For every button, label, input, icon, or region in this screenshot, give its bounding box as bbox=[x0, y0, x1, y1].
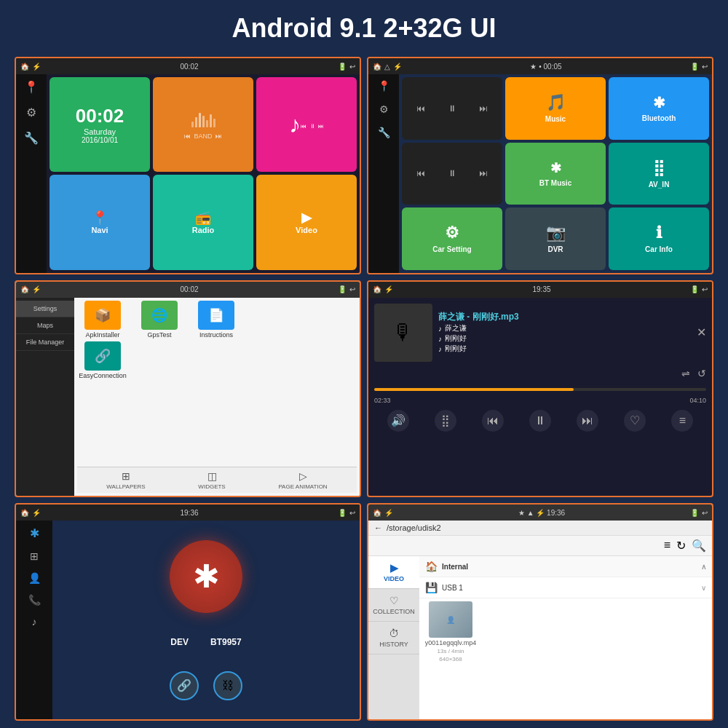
radio-tile[interactable]: 📻 Radio bbox=[153, 175, 253, 269]
video-thumbnail[interactable]: 👤 y0011egqqlv.mp4 13s / 4min 640×368 bbox=[425, 601, 476, 662]
status-time-3: 00:02 bbox=[180, 285, 198, 293]
storage-toolbar: ≡ ↻ 🔍 bbox=[368, 536, 712, 556]
widgets-btn[interactable]: ◫ WIDGETS bbox=[198, 470, 225, 490]
screen-bluetooth: 🏠 ⚡ 19:36 🔋 ↩ ✱ ⊞ 👤 📞 ♪ ✱ D bbox=[15, 503, 361, 721]
chain-icon: 🔗 bbox=[177, 678, 191, 692]
repeat-icon[interactable]: ↺ bbox=[697, 368, 706, 379]
dvr-tile[interactable]: 📷 DVR bbox=[505, 207, 606, 270]
waveform-tile[interactable]: ⏮ BAND ⏭ bbox=[153, 77, 253, 172]
music-icon-5[interactable]: ♪ bbox=[32, 616, 37, 628]
prev-btn[interactable]: ⏮ bbox=[482, 410, 504, 432]
av-in-tile[interactable]: ⣿ AV_IN bbox=[609, 143, 709, 205]
navi-tile[interactable]: 📍 Navi bbox=[50, 175, 150, 269]
settings2-icon[interactable]: 🔧 bbox=[24, 131, 39, 145]
eq-btn[interactable]: ⣿ bbox=[435, 410, 456, 432]
file-gps[interactable]: 🌐 GpsTest bbox=[134, 301, 185, 339]
phone-icon[interactable]: 📞 bbox=[28, 594, 41, 606]
folder-icon: 🏠 bbox=[425, 561, 438, 572]
close-btn[interactable]: ✕ bbox=[697, 325, 706, 339]
bt-connect-btn[interactable]: 🔗 bbox=[170, 671, 199, 700]
file-apk[interactable]: 📦 ApkInstaller bbox=[77, 301, 128, 339]
page-animation-btn[interactable]: ▷ PAGE ANIMATION bbox=[278, 470, 327, 490]
wallpapers-btn[interactable]: ⊞ WALLPAPERS bbox=[106, 470, 145, 490]
car-info-tile[interactable]: ℹ Car Info bbox=[609, 207, 709, 270]
settings3-icon[interactable]: 🔧 bbox=[378, 127, 390, 138]
usb-icon-3: ⚡ bbox=[32, 285, 41, 293]
file-easy[interactable]: 🔗 EasyConnection bbox=[77, 341, 128, 379]
internal-item[interactable]: 🏠 Internal ∧ bbox=[419, 556, 712, 577]
music-tile[interactable]: ♪ ⏮ ⏸ ⏭ bbox=[256, 77, 357, 172]
home-icon-6: 🏠 bbox=[373, 509, 381, 517]
widgets-icon: ◫ bbox=[207, 470, 217, 482]
current-time: 02:33 bbox=[374, 397, 391, 404]
car-setting-tile[interactable]: ⚙ Car Setting bbox=[402, 207, 502, 270]
status-bar-1: 🏠 ⚡ 00:02 🔋 ↩ bbox=[16, 58, 360, 74]
screen-apps: 🏠 △ ⚡ ★ • 00:05 🔋 ↩ 📍 ⚙ 🔧 ⏮ bbox=[367, 57, 713, 274]
filter-icon[interactable]: ≡ bbox=[664, 539, 670, 553]
location-icon[interactable]: 📍 bbox=[24, 80, 39, 94]
sidebar-3: Settings Maps File Manager bbox=[16, 298, 74, 496]
clock-tile[interactable]: 00:02 Saturday 2016/10/01 bbox=[50, 77, 150, 172]
tab-video[interactable]: ▶ VIDEO bbox=[368, 556, 419, 589]
video-resolution: 640×368 bbox=[439, 656, 462, 662]
refresh-icon[interactable]: ↻ bbox=[676, 539, 686, 553]
tab-history[interactable]: ⏱ HISTORY bbox=[368, 622, 419, 654]
player-controls: 🔊 ⣿ ⏮ ⏸ ⏭ ♡ ≡ bbox=[374, 410, 706, 432]
play-pause-btn[interactable]: ⏸ bbox=[529, 410, 551, 432]
collapse-icon[interactable]: ∧ bbox=[701, 563, 706, 571]
bt-disconnect-btn[interactable]: ⛓ bbox=[213, 671, 242, 700]
music-app-tile[interactable]: 🎵 Music bbox=[505, 77, 606, 140]
nav-settings[interactable]: Settings bbox=[16, 301, 74, 317]
heart-btn[interactable]: ♡ bbox=[624, 410, 646, 432]
bt-main: ✱ DEV BT9957 🔗 ⛓ bbox=[52, 521, 360, 719]
next-btn[interactable]: ⏭ bbox=[577, 410, 598, 432]
usb-drive-icon: 💾 bbox=[425, 582, 438, 593]
status-time-5: 19:36 bbox=[180, 509, 198, 517]
shuffle-icon[interactable]: ⇌ bbox=[681, 368, 690, 379]
usb-icon-5: ⚡ bbox=[32, 509, 41, 517]
bt-music-tile[interactable]: ✱ BT Music bbox=[505, 143, 606, 205]
settings-icon-1[interactable]: ⚙ bbox=[26, 106, 36, 119]
bt-circle[interactable]: ✱ bbox=[170, 540, 242, 613]
settings-icon-2[interactable]: ⚙ bbox=[379, 103, 389, 115]
contacts-icon[interactable]: 👤 bbox=[28, 572, 41, 584]
status-time-2: ★ • 00:05 bbox=[530, 63, 561, 71]
usb-icon-4: ⚡ bbox=[384, 285, 393, 293]
tab-collection[interactable]: ♡ COLLECTION bbox=[368, 589, 419, 622]
nav-filemanager[interactable]: File Manager bbox=[16, 334, 74, 351]
expand-icon[interactable]: ∨ bbox=[701, 584, 706, 592]
battery-icon-3: 🔋 bbox=[338, 285, 347, 293]
volume-btn[interactable]: 🔊 bbox=[387, 410, 409, 432]
status-bar-6: 🏠 ⚡ ★ ▲ ⚡ 19:36 🔋 ↩ bbox=[368, 505, 712, 521]
dialpad-icon[interactable]: ⊞ bbox=[30, 550, 39, 562]
progress-bar[interactable] bbox=[374, 388, 706, 391]
storage-topbar: ← /storage/udisk2 bbox=[368, 521, 712, 536]
back-arrow[interactable]: ← bbox=[374, 523, 382, 532]
status-bar-5: 🏠 ⚡ 19:36 🔋 ↩ bbox=[16, 505, 360, 521]
album-art: 🎙 bbox=[374, 304, 432, 362]
list-btn[interactable]: ≡ bbox=[671, 410, 693, 432]
music-artist-2: ♪刚刚好 bbox=[438, 333, 691, 344]
nav-maps[interactable]: Maps bbox=[16, 317, 74, 334]
bluetooth-tile[interactable]: ✱ Bluetooth bbox=[609, 77, 709, 140]
bluetooth-icon-big: ✱ bbox=[193, 558, 220, 595]
back-icon-2: ↩ bbox=[702, 63, 708, 71]
search-icon[interactable]: 🔍 bbox=[692, 539, 706, 553]
status-bar-4: 🏠 ⚡ 19:35 🔋 ↩ bbox=[368, 282, 712, 298]
music-artist-1: ♪薛之谦 bbox=[438, 323, 691, 333]
back-icon: ↩ bbox=[349, 63, 355, 71]
file-instructions[interactable]: 📄 Instructions bbox=[191, 301, 242, 339]
bt-active-icon[interactable]: ✱ bbox=[30, 526, 39, 540]
video-tile[interactable]: ▶ Video bbox=[256, 175, 357, 269]
battery-icon-2: 🔋 bbox=[690, 63, 699, 71]
storage-path: /storage/udisk2 bbox=[387, 523, 441, 532]
usb1-item[interactable]: 💾 USB 1 ∨ bbox=[419, 577, 712, 598]
location-icon-2[interactable]: 📍 bbox=[378, 80, 390, 92]
music-header: 🎙 薛之谦 - 刚刚好.mp3 ♪薛之谦 ♪刚刚好 ♪刚刚好 ✕ bbox=[374, 304, 706, 362]
usb-icon-6: ⚡ bbox=[384, 509, 393, 517]
transport-controls-2[interactable]: ⏮ ⏸ ⏭ bbox=[402, 143, 502, 205]
transport-controls[interactable]: ⏮ ⏸ ⏭ bbox=[402, 77, 502, 140]
chain-break-icon: ⛓ bbox=[222, 679, 234, 692]
file-area: 📦 ApkInstaller 🌐 GpsTest 📄 Instructions … bbox=[74, 298, 360, 496]
bt-icon-6: ★ ▲ ⚡ bbox=[518, 509, 545, 517]
